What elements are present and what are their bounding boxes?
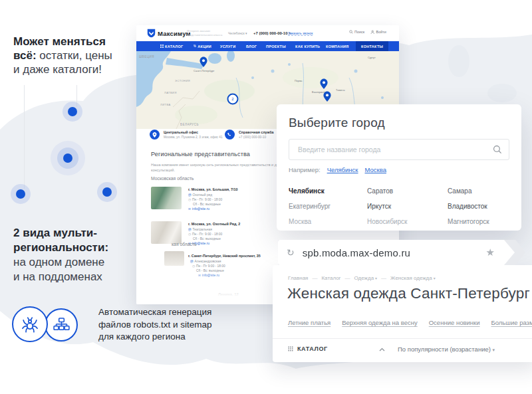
url-bar[interactable]: ↻ spb.moda.max-demo.ru ★	[278, 240, 515, 265]
tag-link[interactable]: Осенние новинки	[429, 319, 480, 326]
breadcrumb-separator: —	[312, 275, 317, 281]
store-address[interactable]: г. Москва, ул. Охотный Ряд, 2	[188, 222, 240, 226]
store-email[interactable]: info@site.ru	[192, 207, 209, 211]
site-city-selector[interactable]: Челябинск ▾	[228, 31, 247, 35]
chevron-down-icon: ▾	[434, 276, 436, 280]
office-pin-badge	[150, 130, 160, 140]
city-option[interactable]: Магнитогорск	[448, 218, 509, 225]
breadcrumb-catalog[interactable]: Каталог	[321, 275, 340, 281]
city-option[interactable]: Иркутск	[367, 203, 448, 210]
map-label-tyumen: Тюмень	[336, 89, 345, 92]
breadcrumb: Главная—Каталог—Одежда▾—Женская одежда▾	[288, 275, 436, 281]
hint-link-moscow[interactable]: Москва	[365, 166, 386, 173]
catalog-toggle[interactable]: КАТАЛОГ	[288, 345, 328, 352]
region-label-moscow: Московская область	[151, 176, 194, 181]
grid-icon	[160, 45, 164, 48]
store-hours2: Сб - Вс: выходные	[193, 203, 221, 206]
feature-text: Автоматическая генерация файлов robots.t…	[98, 306, 211, 344]
metro-icon: Ⓜ	[188, 193, 192, 197]
blurb-line: и на поддоменах	[13, 270, 102, 283]
nav-item-projects[interactable]: ПРОЕКТЫ	[266, 41, 286, 51]
blurb-line: на одном домене	[13, 256, 104, 268]
store-hours: Пн - Пт: 9:00 - 18:00	[192, 233, 222, 236]
city-option[interactable]: Саратов	[367, 187, 448, 195]
store-address[interactable]: г. Санкт-Петербург, Невский проспект, 35	[188, 254, 261, 258]
nav-item-how-to-buy[interactable]: КАК КУПИТЬ	[295, 41, 320, 51]
url-text[interactable]: spb.moda.max-demo.ru	[303, 247, 410, 258]
nav-item-promos[interactable]: % АКЦИИ	[194, 41, 211, 51]
store-address[interactable]: г. Москва, ул. Большая, 7/10	[188, 187, 238, 191]
map-cluster-marker[interactable]: 2	[228, 94, 238, 104]
office-address: Москва, ул. Пушкина 2, 3 этаж, офис 41	[164, 136, 223, 139]
nav-item-catalog[interactable]: КАТАЛОГ	[160, 41, 183, 51]
refresh-icon[interactable]: ↻	[287, 247, 295, 258]
city-option[interactable]: Новосибирск	[367, 218, 448, 225]
nav-item-blog[interactable]: БЛОГ	[246, 41, 257, 51]
breadcrumb-home[interactable]: Главная	[288, 275, 308, 281]
blurb-multiregion: 2 вида мульти- региональности: на одном …	[13, 226, 108, 284]
sitemap-feature-badge	[45, 308, 78, 342]
chevron-down-icon: ▾	[375, 276, 377, 280]
phone-icon	[227, 132, 232, 137]
store-metro: Театральная	[193, 228, 212, 231]
tag-link[interactable]: Верхняя одежда на весну	[342, 319, 417, 326]
grid-dots-icon	[288, 346, 293, 351]
callback-link[interactable]: Заказать звонок	[288, 31, 313, 36]
breadcrumb-separator: —	[381, 275, 386, 281]
connector-line	[76, 85, 77, 107]
promo-icon: %	[194, 45, 196, 48]
city-option[interactable]: Челябинск	[289, 187, 367, 195]
browser-url-bar: ↻ spb.moda.max-demo.ru ★	[278, 240, 525, 265]
city-option[interactable]: Самара	[448, 187, 509, 195]
nav-item-company[interactable]: КОМПАНИЯ	[326, 41, 348, 51]
breadcrumb-women[interactable]: Женская одежда	[390, 275, 432, 281]
map-label-lithuania: ЛИТВА	[160, 103, 171, 106]
blurb-line-bold: региональности:	[13, 241, 108, 254]
spider-icon	[20, 314, 40, 334]
sitemap-icon	[53, 316, 70, 334]
location-ring-marker	[16, 189, 25, 199]
metro-icon: Ⓜ	[190, 260, 194, 263]
sort-dropdown[interactable]: По популярности (возрастание) ▾	[398, 345, 495, 353]
map-label-estonia: ЭСТОНИЯ	[175, 79, 190, 82]
catalog-label: КАТАЛОГ	[297, 345, 328, 352]
region-label-partial: кая область	[172, 242, 197, 246]
location-ring-marker	[102, 187, 112, 197]
collapse-caret-icon[interactable]	[379, 347, 385, 351]
city-search-input[interactable]	[289, 139, 509, 160]
city-option[interactable]: Владивосток	[448, 203, 509, 210]
search-icon[interactable]	[493, 145, 502, 154]
city-option[interactable]: Екатеринбург	[289, 203, 367, 210]
store-photo	[151, 221, 182, 244]
map-label-spb: Санкт-Петербург	[194, 69, 215, 72]
divider	[273, 338, 532, 339]
map-label-perm: Пермь	[295, 80, 303, 82]
site-login-button[interactable]: Войти	[370, 30, 386, 35]
blurb-line-bold: всё:	[13, 49, 37, 62]
tag-link[interactable]: Большие размеры	[491, 319, 532, 326]
map-label-belarus: БЕЛАРУСЬ	[180, 123, 199, 126]
catalog-page-card: Главная—Каталог—Одежда▾—Женская одежда▾ …	[273, 265, 532, 362]
site-search-button[interactable]: Поиск	[349, 30, 364, 34]
city-option[interactable]: Москва	[289, 218, 367, 225]
clock-icon: ◷	[188, 198, 191, 201]
breadcrumb-clothes[interactable]: Одежда	[354, 275, 374, 281]
site-logo-text[interactable]: Максимум	[158, 30, 191, 37]
site-phone[interactable]: +7 (000) 000-00-10 ▾	[253, 31, 291, 35]
support-phone[interactable]: +7 (000) 000-00-10	[239, 136, 266, 139]
store-photo	[151, 187, 182, 209]
marketing-screenshot: Может меняться всё: остатки, цены и даже…	[0, 0, 532, 394]
store-metro: Александровская	[195, 260, 221, 263]
bookmark-star-icon[interactable]: ★	[486, 246, 495, 258]
mail-icon: ✉	[188, 207, 191, 211]
user-icon	[370, 30, 375, 35]
breadcrumb-separator: —	[345, 275, 350, 281]
blurb-line: Может меняться	[13, 35, 106, 48]
search-icon	[349, 30, 353, 34]
hint-link-chelyabinsk[interactable]: Челябинск	[327, 166, 358, 173]
nav-item-contacts[interactable]: КОНТАКТЫ	[356, 41, 388, 51]
nav-item-services[interactable]: УСЛУГИ	[220, 41, 235, 51]
store-hours: Пн - Пт 9:00 - 18:00	[196, 264, 225, 268]
tag-link[interactable]: Летние платья	[288, 319, 331, 326]
store-hours: Пн - Пт: 9:00 - 18:00	[192, 198, 222, 201]
